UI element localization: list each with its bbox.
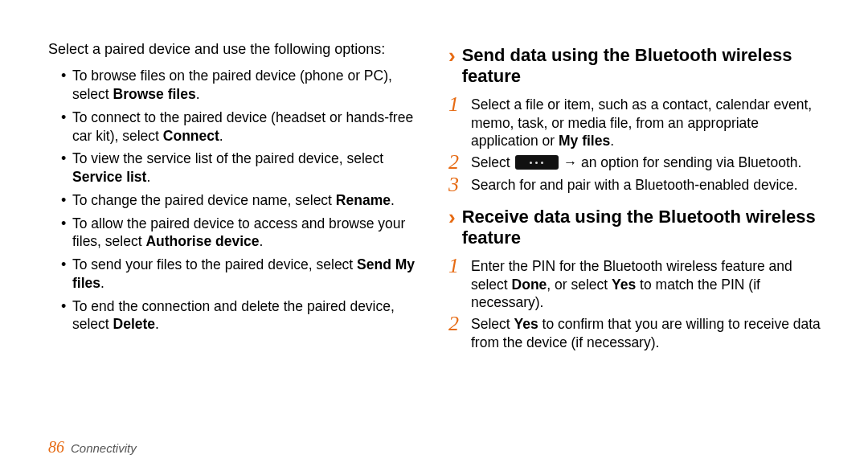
step-bold: Done <box>512 276 547 293</box>
bullet-post: . <box>146 169 150 185</box>
bullet-bold: Delete <box>113 316 156 332</box>
chevron-icon: › <box>448 207 456 227</box>
bullet-post: . <box>391 192 395 208</box>
step-item: 2 Select → an option for sending via Blu… <box>448 154 829 173</box>
bullet-post: . <box>196 86 200 102</box>
step-text: Select <box>471 316 514 332</box>
menu-softkey-icon <box>515 155 559 170</box>
chevron-icon: › <box>448 45 456 66</box>
intro-text: Select a paired device and use the follo… <box>48 40 420 59</box>
page-footer: 86 Connectivity <box>48 438 137 457</box>
bullet-post: . <box>259 233 263 249</box>
send-heading: › Send data using the Bluetooth wireless… <box>448 45 829 88</box>
right-column: › Send data using the Bluetooth wireless… <box>439 40 829 455</box>
list-item: To allow the paired device to access and… <box>61 215 420 252</box>
step-body: Select → an option for sending via Bluet… <box>471 154 829 172</box>
bullet-post: . <box>155 316 159 332</box>
step-text: Select <box>471 154 510 172</box>
page: Select a paired device and use the follo… <box>0 0 868 471</box>
step-text: , or select <box>547 276 612 293</box>
options-list: To browse files on the paired device (ph… <box>48 67 420 334</box>
left-column: Select a paired device and use the follo… <box>48 40 439 455</box>
section-name: Connectivity <box>71 441 137 455</box>
list-item: To view the service list of the paired d… <box>61 149 420 186</box>
page-number: 86 <box>48 438 64 457</box>
bullet-post: . <box>219 128 223 144</box>
bullet-bold: Browse files <box>113 86 196 102</box>
bullet-bold: Rename <box>336 192 391 208</box>
bullet-text: To send your files to the paired device,… <box>72 256 357 272</box>
list-item: To connect to the paired device (headset… <box>61 109 420 145</box>
step-number: 1 <box>448 256 471 276</box>
receive-heading: › Receive data using the Bluetooth wirel… <box>448 207 829 249</box>
send-steps: 1 Select a file or item, such as a conta… <box>448 96 829 195</box>
bullet-text: To view the service list of the paired d… <box>72 150 383 166</box>
receive-steps: 1 Enter the PIN for the Bluetooth wirele… <box>448 257 829 352</box>
list-item: To browse files on the paired device (ph… <box>61 67 420 104</box>
step-text: Select a file or item, such as a contact… <box>471 96 812 149</box>
step-item: 2 Select Yes to confirm that you are wil… <box>448 315 829 352</box>
step-bold: My files <box>559 133 610 149</box>
step-bold: Yes <box>514 316 538 332</box>
step-number: 2 <box>448 152 471 173</box>
heading-text: Send data using the Bluetooth wireless f… <box>462 45 829 88</box>
heading-text: Receive data using the Bluetooth wireles… <box>462 207 829 249</box>
step-number: 3 <box>448 174 471 195</box>
step-item: 1 Select a file or item, such as a conta… <box>448 96 829 150</box>
bullet-post: . <box>100 275 104 291</box>
list-item: To change the paired device name, select… <box>61 191 420 210</box>
step-text: → an option for sending via Bluetooth. <box>563 154 802 172</box>
step-text: . <box>610 133 614 149</box>
bullet-text: To change the paired device name, select <box>72 192 336 208</box>
step-number: 2 <box>448 313 471 334</box>
step-body: Select a file or item, such as a contact… <box>471 96 829 150</box>
bullet-bold: Service list <box>72 169 146 185</box>
step-number: 1 <box>448 94 471 115</box>
step-body: Select Yes to confirm that you are willi… <box>471 315 829 352</box>
step-item: 1 Enter the PIN for the Bluetooth wirele… <box>448 257 829 312</box>
bullet-bold: Connect <box>163 128 219 144</box>
list-item: To send your files to the paired device,… <box>61 256 420 293</box>
step-body: Enter the PIN for the Bluetooth wireless… <box>471 257 829 312</box>
step-body: Search for and pair with a Bluetooth-ena… <box>471 176 829 195</box>
step-item: 3 Search for and pair with a Bluetooth-e… <box>448 176 829 195</box>
list-item: To end the connection and delete the pai… <box>61 297 420 334</box>
bullet-bold: Authorise device <box>145 233 259 249</box>
step-bold: Yes <box>612 276 636 293</box>
bullet-text: To connect to the paired device (headset… <box>72 109 413 144</box>
